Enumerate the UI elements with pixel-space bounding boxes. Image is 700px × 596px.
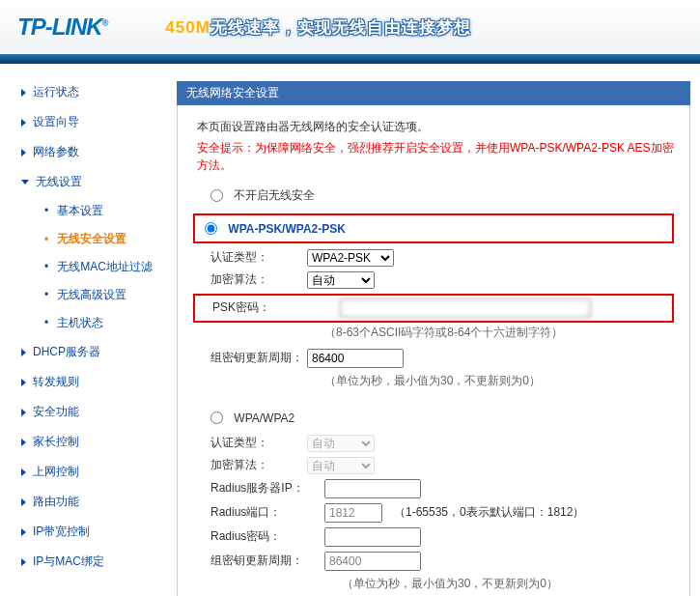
radius-pwd-input[interactable] (324, 527, 421, 547)
group-rekey-hint: （单位为秒，最小值为30，不更新则为0） (324, 373, 674, 389)
wpa-auth-type-select[interactable]: 自动 (307, 435, 375, 452)
wpa-auth-type-label: 认证类型： (210, 435, 307, 451)
enc-algo-label: 加密算法： (210, 271, 307, 288)
nav-wireless-host-status[interactable]: 主机状态 (0, 309, 169, 337)
radius-port-label: Radius端口： (210, 504, 324, 521)
brand-logo: TP-LINK® (17, 14, 107, 41)
radio-wpa-psk-label: WPA-PSK/WPA2-PSK (228, 222, 346, 236)
wpa-group-rekey-label: 组密钥更新周期： (210, 553, 324, 569)
intro-text: 本页面设置路由器无线网络的安全认证选项。 (197, 119, 674, 135)
triangle-icon (21, 409, 26, 416)
nav-routing[interactable]: 路由功能 (0, 487, 169, 517)
triangle-icon (21, 89, 26, 97)
triangle-icon (21, 439, 26, 446)
triangle-icon (21, 468, 26, 476)
psk-highlight-box: PSK密码： (193, 294, 674, 323)
nav-wireless-mac-filter[interactable]: 无线MAC地址过滤 (0, 253, 169, 281)
nav-security[interactable]: 安全功能 (0, 397, 169, 427)
radius-ip-label: Radius服务器IP： (210, 480, 324, 497)
radio-wpa[interactable] (210, 412, 223, 424)
triangle-icon (21, 558, 26, 566)
radius-port-hint: （1-65535，0表示默认端口：1812） (394, 504, 584, 521)
nav-wireless[interactable]: 无线设置 (0, 167, 169, 197)
radius-pwd-label: Radius密码： (210, 528, 324, 545)
nav-network-params[interactable]: 网络参数 (0, 137, 169, 167)
group-rekey-input[interactable] (307, 349, 404, 368)
nav-forwarding[interactable]: 转发规则 (0, 367, 169, 397)
radio-wpa-label: WPA/WPA2 (234, 412, 294, 425)
auth-type-label: 认证类型： (210, 249, 307, 266)
wpa-enc-algo-label: 加密算法： (210, 457, 307, 473)
content: 无线网络安全设置 本页面设置路由器无线网络的安全认证选项。 安全提示：为保障网络… (169, 64, 700, 596)
psk-password-input[interactable] (340, 298, 591, 318)
nav-access-control[interactable]: 上网控制 (0, 457, 169, 487)
nav-setup-wizard[interactable]: 设置向导 (0, 107, 169, 137)
nav-wireless-security[interactable]: 无线安全设置 (0, 225, 169, 253)
nav-dhcp[interactable]: DHCP服务器 (0, 337, 169, 367)
radius-ip-input[interactable] (324, 479, 421, 498)
radius-port-input[interactable] (324, 503, 382, 523)
triangle-icon (21, 349, 26, 356)
group-rekey-label: 组密钥更新周期： (210, 350, 307, 366)
triangle-icon (21, 498, 26, 506)
security-warning: 安全提示：为保障网络安全，强烈推荐开启安全设置，并使用WPA-PSK/WPA2-… (197, 139, 674, 174)
panel-title: 无线网络安全设置 (177, 81, 690, 105)
auth-type-select[interactable]: WPA2-PSK (307, 249, 394, 267)
radio-wpa-psk[interactable] (205, 222, 217, 235)
nav-bandwidth[interactable]: IP带宽控制 (0, 517, 169, 547)
wpa-group-rekey-input[interactable] (324, 552, 421, 571)
radio-no-security-label: 不开启无线安全 (234, 188, 315, 202)
triangle-icon (21, 149, 26, 156)
nav-wireless-advanced[interactable]: 无线高级设置 (0, 281, 169, 309)
nav-wireless-basic[interactable]: 基本设置 (0, 197, 169, 225)
psk-password-label: PSK密码： (212, 299, 309, 316)
sidebar: 运行状态 设置向导 网络参数 无线设置 基本设置 无线安全设置 无线MAC地址过… (0, 64, 169, 596)
header: TP-LINK® 450M无线速率，实现无线自由连接梦想 (0, 0, 700, 64)
header-wave (0, 54, 700, 64)
triangle-icon (21, 379, 26, 386)
wpa-enc-algo-select[interactable]: 自动 (307, 457, 375, 474)
nav-ip-mac-bind[interactable]: IP与MAC绑定 (0, 547, 169, 577)
wpa-group-rekey-hint: （单位为秒，最小值为30，不更新则为0） (342, 576, 674, 592)
psk-hint: （8-63个ASCII码字符或8-64个十六进制字符） (324, 325, 674, 341)
triangle-icon (21, 119, 26, 127)
triangle-icon (21, 528, 26, 536)
enc-algo-select[interactable]: 自动 (307, 271, 375, 289)
radio-no-security[interactable] (210, 189, 223, 202)
slogan: 450M无线速率，实现无线自由连接梦想 (165, 16, 471, 39)
nav-running-status[interactable]: 运行状态 (0, 77, 169, 107)
wpa-psk-highlight-box: WPA-PSK/WPA2-PSK (193, 213, 674, 243)
nav-parental[interactable]: 家长控制 (0, 427, 169, 457)
triangle-icon (21, 180, 29, 184)
